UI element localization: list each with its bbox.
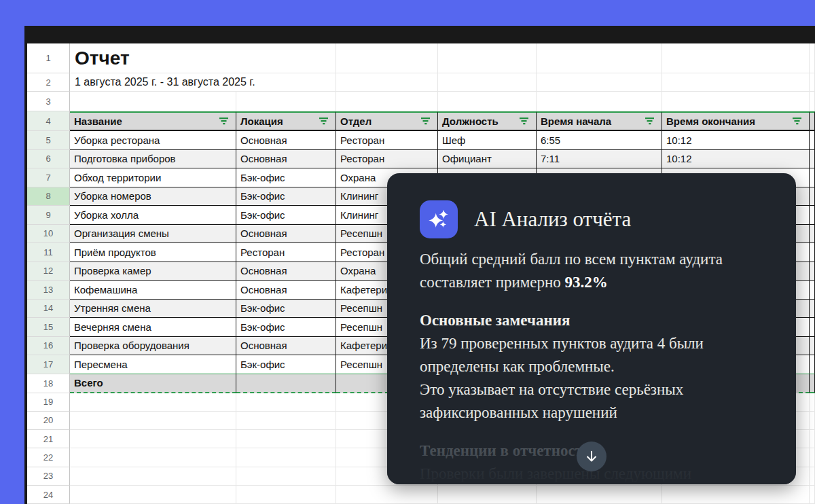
scroll-down-button[interactable]: [577, 442, 606, 471]
cell-name[interactable]: Проверка камер: [70, 262, 236, 281]
cell-end-time[interactable]: 10:12: [662, 131, 810, 150]
cell[interactable]: [70, 448, 236, 467]
filter-icon[interactable]: [319, 117, 329, 126]
column-header-end-time[interactable]: Время окончания: [662, 111, 810, 131]
row-header[interactable]: 19: [27, 393, 70, 412]
cell[interactable]: [236, 374, 336, 393]
cell[interactable]: [70, 430, 236, 448]
row-header[interactable]: 22: [27, 448, 70, 467]
cell[interactable]: [236, 448, 336, 467]
cell[interactable]: [662, 73, 810, 92]
row-header[interactable]: 23: [27, 467, 70, 486]
cell-location[interactable]: Основная: [236, 337, 336, 356]
cell-location[interactable]: Бэк-офис: [236, 318, 336, 337]
filter-icon[interactable]: [645, 117, 655, 126]
row-header[interactable]: 15: [27, 318, 70, 337]
cell[interactable]: [438, 486, 537, 504]
cell-name[interactable]: Обход территории: [70, 168, 236, 187]
cell-location[interactable]: Основная: [236, 262, 336, 281]
cell-position[interactable]: Официант: [438, 150, 537, 169]
cell-name[interactable]: Вечерняя смена: [70, 318, 236, 337]
row-header[interactable]: 4: [27, 111, 70, 131]
cell[interactable]: [70, 412, 236, 430]
cell[interactable]: [810, 355, 815, 374]
cell[interactable]: [810, 243, 815, 262]
cell[interactable]: [810, 337, 815, 356]
cell[interactable]: [810, 150, 815, 169]
cell-location[interactable]: Основная: [236, 150, 336, 169]
cell-department[interactable]: Ресторан: [336, 131, 438, 150]
cell[interactable]: [236, 412, 336, 430]
row-header[interactable]: 7: [27, 168, 70, 187]
row-header[interactable]: 3: [27, 92, 70, 111]
filter-icon[interactable]: [792, 117, 803, 126]
cell-name[interactable]: Приём продуктов: [70, 243, 236, 262]
cell-location[interactable]: Основная: [236, 281, 336, 300]
column-header-department[interactable]: Отдел: [336, 111, 438, 131]
cell[interactable]: [662, 486, 810, 504]
row-header[interactable]: 6: [27, 150, 70, 169]
cell-name[interactable]: Организация смены: [70, 225, 236, 244]
cell[interactable]: [810, 448, 815, 467]
cell[interactable]: [810, 43, 815, 73]
cell[interactable]: [662, 43, 810, 73]
cell-name[interactable]: Подготовка приборов: [70, 150, 236, 169]
cell[interactable]: [336, 92, 438, 111]
row-header[interactable]: 20: [27, 412, 70, 430]
filter-icon[interactable]: [519, 117, 530, 126]
cell[interactable]: [662, 92, 810, 111]
row-header[interactable]: 17: [27, 355, 70, 374]
cell-position[interactable]: Шеф: [438, 131, 537, 150]
cell[interactable]: [438, 92, 537, 111]
cell[interactable]: [537, 92, 662, 111]
row-header[interactable]: 24: [27, 486, 70, 504]
cell-location[interactable]: Бэк-офис: [236, 187, 336, 206]
cell-name[interactable]: Уборка ресторана: [70, 131, 236, 150]
cell[interactable]: [537, 73, 662, 92]
cell[interactable]: [70, 486, 236, 504]
report-title-cell[interactable]: Отчет: [70, 43, 336, 73]
row-header-selected[interactable]: 8: [27, 187, 70, 206]
row-header[interactable]: 5: [27, 131, 70, 150]
cell[interactable]: [810, 486, 815, 504]
cell[interactable]: [810, 393, 815, 412]
row-header[interactable]: 10: [27, 225, 70, 244]
cell[interactable]: [810, 412, 815, 430]
cell[interactable]: [537, 486, 662, 504]
cell[interactable]: [810, 300, 815, 319]
cell[interactable]: [810, 225, 815, 244]
cell[interactable]: [810, 206, 815, 225]
cell-location[interactable]: Бэк-офис: [236, 300, 336, 319]
cell-name[interactable]: Проверка оборудования: [70, 337, 236, 356]
cell[interactable]: [236, 92, 336, 111]
cell[interactable]: [70, 467, 236, 486]
cell-start-time[interactable]: 7:11: [537, 150, 662, 169]
cell-name[interactable]: Уборка номеров: [70, 187, 236, 206]
cell[interactable]: [336, 43, 438, 73]
cell[interactable]: [70, 393, 236, 412]
row-header[interactable]: 13: [27, 281, 70, 300]
cell-location[interactable]: Основная: [236, 225, 336, 244]
row-header[interactable]: 2: [27, 73, 70, 92]
cell-name[interactable]: Уборка холла: [70, 206, 236, 225]
cell-name[interactable]: Пересмена: [70, 355, 236, 374]
cell-name[interactable]: Кофемашина: [70, 281, 236, 300]
column-header-extra[interactable]: [810, 111, 815, 131]
cell[interactable]: [70, 92, 236, 111]
cell[interactable]: [336, 73, 438, 92]
cell-department[interactable]: Ресторан: [336, 150, 438, 169]
cell[interactable]: [336, 486, 438, 504]
cell[interactable]: [810, 187, 815, 206]
date-range-cell[interactable]: 1 августа 2025 г. - 31 августа 2025 г.: [70, 73, 336, 92]
column-header-location[interactable]: Локация: [236, 111, 336, 131]
cell-location[interactable]: Бэк-офис: [236, 206, 336, 225]
column-header-name[interactable]: Название: [70, 111, 236, 131]
cell-end-time[interactable]: 10:12: [662, 150, 810, 169]
column-header-position[interactable]: Должность: [438, 111, 537, 131]
cell[interactable]: [236, 467, 336, 486]
cell-name[interactable]: Утренняя смена: [70, 300, 236, 319]
cell[interactable]: [810, 262, 815, 281]
row-header[interactable]: 21: [27, 430, 70, 448]
cell[interactable]: [236, 486, 336, 504]
cell-start-time[interactable]: 6:55: [537, 131, 662, 150]
